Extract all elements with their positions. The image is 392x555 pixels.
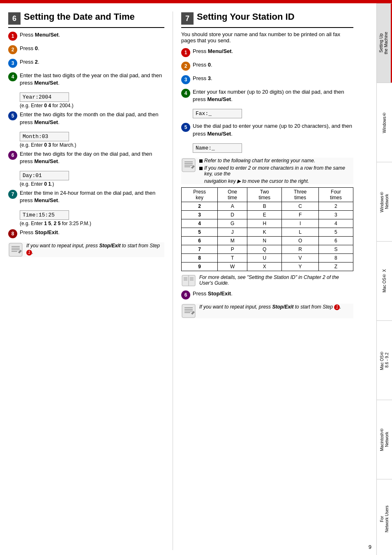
table-row: 6MNO6 — [182, 236, 353, 245]
right-step-circle-2: 2 — [181, 62, 190, 71]
right-step-5: 5 Use the dial pad to enter your name (u… — [181, 122, 353, 137]
left-step-5: 5 Enter the two digits for the month on … — [8, 111, 164, 126]
bullet-2-text: If you need to enter 2 or more character… — [204, 165, 353, 177]
step-7-text: Enter the time in 24-hour format on the … — [20, 189, 164, 204]
step-1-text: Press Menu/Set. — [20, 31, 60, 39]
col-two-times: Twotimes — [247, 187, 282, 202]
pencil-icon-3 — [181, 304, 196, 318]
section-6-header: 6 Setting the Date and Time — [8, 12, 164, 28]
right-step-4: 4 Enter your fax number (up to 20 digits… — [181, 88, 353, 103]
day-eg: (e.g. Enter 0 1.) — [20, 181, 164, 187]
right-step-circle-6: 6 — [181, 290, 190, 299]
step-2-text: Press 0. — [20, 45, 39, 52]
col-press-key: Presskey — [182, 187, 218, 202]
left-column: 6 Setting the Date and Time 1 Press Menu… — [8, 12, 168, 550]
time-eg: (e.g. Enter 1 5, 2 5 for 3:25 P.M.) — [20, 221, 164, 226]
col-three-times: Threetimes — [282, 187, 319, 202]
right-step-2: 2 Press 0. — [181, 61, 353, 71]
top-bar — [0, 0, 392, 3]
right-step-circle-4: 4 — [181, 89, 190, 98]
sidebar-tab-network-users: ForNetwork Users — [377, 479, 392, 555]
step-circle-2: 2 — [8, 45, 17, 54]
time-display: Time:15:25 — [20, 210, 69, 220]
pencil-icon-2 — [181, 158, 196, 173]
right-step-1-text: Press Menu/Set. — [193, 48, 233, 55]
step-circle-7: 7 — [8, 190, 17, 199]
right-column: 7 Setting Your Station ID You should sto… — [173, 12, 353, 550]
table-row: 5JKL5 — [182, 228, 353, 236]
sidebar-tab-windows: Windows® — [377, 83, 392, 162]
step-circle-6: 6 — [8, 151, 17, 160]
sidebar-tab-macos-x: Mac OS® X — [377, 241, 392, 320]
book-note: For more details, see "Setting the Stati… — [181, 274, 353, 287]
right-bullet-note: Refer to the following chart for enterin… — [181, 158, 353, 184]
left-step-7: 7 Enter the time in 24-hour format on th… — [8, 189, 164, 204]
left-step-2: 2 Press 0. — [8, 45, 164, 54]
bullet-square-1 — [199, 159, 203, 163]
month-eg: (e.g. Enter 0 3 for March.) — [20, 142, 164, 148]
step-3-text: Press 2. — [20, 58, 39, 66]
right-step-circle-5: 5 — [181, 123, 190, 132]
step-8-text: Press Stop/Exit. — [20, 229, 60, 236]
bullet-list: Refer to the following chart for enterin… — [199, 158, 353, 184]
char-table: Presskey Onetime Twotimes Threetimes Fou… — [181, 187, 353, 271]
bullet-1-text: Refer to the following chart for enterin… — [204, 158, 315, 164]
table-row: 8TUV8 — [182, 253, 353, 262]
sidebar-tab-setting-up: Setting Upthe Machine — [377, 3, 392, 83]
left-step-3: 3 Press 2. — [8, 58, 164, 68]
left-step-1: 1 Press Menu/Set. — [8, 31, 164, 41]
right-step-circle-1: 1 — [181, 48, 190, 57]
sidebar-tab-macintosh-network: Macintosh®Network — [377, 400, 392, 479]
right-step-circle-3: 3 — [181, 75, 190, 84]
col-one-time: Onetime — [218, 187, 247, 202]
sidebar-tab-macos-86-92: Mac OS®8.6 - 9.2 — [377, 320, 392, 400]
col-four-times: Fourtimes — [318, 187, 353, 202]
page-number: 9 — [369, 544, 371, 550]
table-row: 9WXYZ — [182, 262, 353, 271]
left-step-4: 4 Enter the last two digits of the year … — [8, 72, 164, 87]
right-step-6-text: Press Stop/Exit. — [193, 290, 233, 297]
right-note-text: If you want to repeat input, press Stop/… — [199, 304, 341, 311]
book-note-text: For more details, see "Setting the Stati… — [199, 274, 353, 286]
section-7-number: 7 — [181, 12, 194, 25]
right-step-3-text: Press 3. — [193, 75, 212, 82]
table-row: 7PQRS — [182, 245, 353, 253]
left-note-text: If you want to repeat input, press Stop/… — [26, 242, 164, 256]
right-step-1: 1 Press Menu/Set. — [181, 48, 353, 57]
step-circle-5: 5 — [8, 111, 17, 120]
section-6-title: Setting the Date and Time — [24, 12, 135, 22]
bullet-square-2 — [199, 167, 203, 170]
right-step-4-text: Enter your fax number (up to 20 digits) … — [193, 88, 353, 103]
book-icon — [181, 274, 196, 287]
right-step-5-text: Use the dial pad to enter your name (up … — [193, 122, 353, 137]
pencil-icon — [8, 242, 23, 257]
right-step-6: 6 Press Stop/Exit. — [181, 290, 353, 299]
table-row: 4GHI4 — [182, 219, 353, 228]
day-display: Day:01 — [20, 171, 69, 180]
bullet-2: If you need to enter 2 or more character… — [199, 165, 353, 177]
sidebar-tab-windows-network: Windows®Network — [377, 162, 392, 241]
right-step-3: 3 Press 3. — [181, 75, 353, 84]
step-circle-3: 3 — [8, 59, 17, 68]
step-circle-8: 8 — [8, 229, 17, 238]
left-note: If you want to repeat input, press Stop/… — [8, 242, 164, 257]
sidebar: Setting Upthe Machine Windows® Windows®N… — [376, 3, 392, 555]
name-display: Name:_ — [193, 143, 242, 153]
left-step-6: 6 Enter the two digits for the day on th… — [8, 150, 164, 165]
month-display: Month:03 — [20, 132, 69, 141]
bullet-1: Refer to the following chart for enterin… — [199, 158, 353, 164]
step-4-text: Enter the last two digits of the year on… — [20, 72, 164, 87]
left-step-8: 8 Press Stop/Exit. — [8, 229, 164, 238]
section-7-title: Setting Your Station ID — [197, 12, 295, 22]
right-step-2-text: Press 0. — [193, 61, 212, 69]
step-6-text: Enter the two digits for the day on the … — [20, 150, 164, 165]
right-intro: You should store your name and fax numbe… — [181, 31, 353, 44]
right-note: If you want to repeat input, press Stop/… — [181, 304, 353, 318]
step-circle-4: 4 — [8, 72, 17, 81]
year-display: Year:2004 — [20, 92, 69, 102]
nav-text: navigation key ▶ to move the cursor to t… — [204, 178, 353, 184]
year-eg: (e.g. Enter 0 4 for 2004.) — [20, 103, 164, 108]
step-5-text: Enter the two digits for the month on th… — [20, 111, 164, 126]
table-row: 2ABC2 — [182, 202, 353, 210]
section-7-header: 7 Setting Your Station ID — [181, 12, 353, 28]
